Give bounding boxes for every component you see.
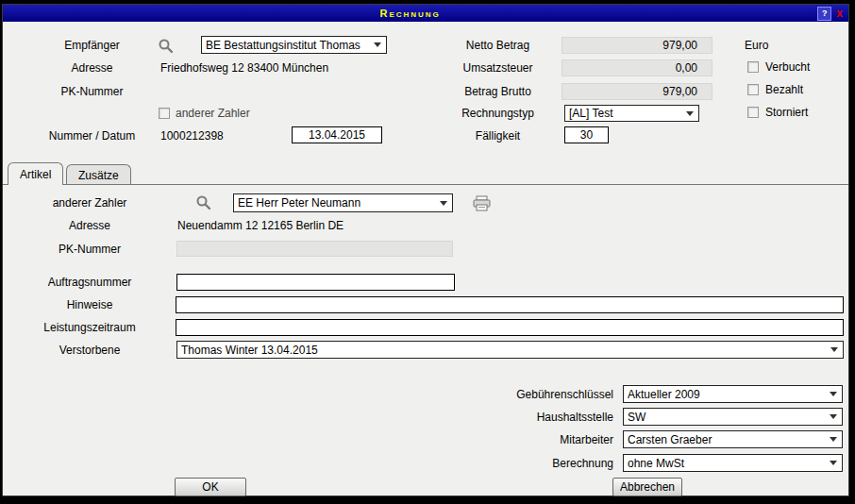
panel-adresse-label: Adresse [24, 219, 156, 232]
umsatzsteuer-value: 0,00 [676, 61, 697, 75]
haushaltsstelle-select-value: SW [628, 411, 826, 424]
help-button[interactable]: ? [817, 7, 831, 21]
printer-icon[interactable] [473, 195, 491, 211]
leistungszeitraum-label: Leistungszeitraum [24, 321, 156, 334]
hinweise-input[interactable] [176, 296, 844, 313]
umsatzsteuer-field: 0,00 [562, 59, 712, 76]
adresse-label: Adresse [28, 61, 156, 75]
anderer-zahler-checkbox[interactable] [159, 108, 170, 119]
anderer-zahler-select[interactable]: EE Herr Peter Neumann [233, 193, 453, 212]
verbucht-label: Verbucht [765, 60, 810, 74]
leistungszeitraum-input[interactable] [176, 319, 844, 336]
chevron-down-icon [830, 461, 837, 465]
verstorbene-select[interactable]: Thomas Winter 13.04.2015 [176, 341, 844, 359]
betrag-brutto-label: Betrag Brutto [434, 85, 562, 98]
auftragsnummer-input[interactable] [176, 274, 455, 291]
auftragsnummer-label: Auftragsnummer [24, 276, 156, 289]
mitarbeiter-select-value: Carsten Graeber [628, 433, 826, 446]
pk-nummer-label: PK-Nummer [28, 85, 156, 98]
anderer-zahler-checkbox-label: anderer Zahler [176, 107, 250, 120]
verstorbene-label: Verstorbene [24, 344, 156, 357]
rechnungsnummer-value: 1000212398 [160, 129, 224, 143]
rechnungstyp-select-value: [AL] Test [569, 107, 682, 120]
chevron-down-icon [830, 414, 837, 419]
rechnung-window: Rechnung ? x Empfänger BE Bestattungsins… [0, 0, 855, 504]
panel-pk-nummer-label: PK-Nummer [24, 243, 156, 256]
haushaltsstelle-label: Haushaltsstelle [444, 411, 613, 424]
cancel-button[interactable]: Abbrechen [612, 478, 682, 496]
faelligkeit-label: Fälligkeit [434, 129, 562, 143]
betrag-brutto-value: 979,00 [662, 85, 697, 98]
bezahlt-checkbox[interactable] [747, 84, 759, 95]
mitarbeiter-select[interactable]: Carsten Graeber [623, 430, 843, 448]
rechnungstyp-select[interactable]: [AL] Test [564, 105, 699, 122]
umsatzsteuer-label: Umsatzsteuer [434, 61, 562, 75]
nummer-datum-label: Nummer / Datum [28, 129, 156, 143]
search-icon[interactable] [195, 194, 211, 210]
berechnung-select[interactable]: ohne MwSt [623, 454, 843, 472]
gebuehrenschluessel-label: Gebührenschlüssel [444, 388, 613, 401]
chevron-down-icon [686, 111, 694, 116]
netto-betrag-value: 979,00 [662, 39, 697, 52]
tab-artikel[interactable]: Artikel [8, 162, 63, 185]
hinweise-label: Hinweise [24, 298, 156, 311]
bezahlt-label: Bezahlt [765, 83, 803, 96]
chevron-down-icon [374, 42, 381, 47]
panel-adresse-value: Neuendamm 12 12165 Berlin DE [177, 219, 344, 232]
close-button[interactable]: x [836, 8, 843, 20]
euro-label: Euro [745, 39, 768, 52]
chevron-down-icon [830, 437, 837, 442]
adresse-value: Friedhofsweg 12 83400 München [160, 61, 328, 75]
ok-button[interactable]: OK [175, 478, 246, 496]
tab-divider [3, 184, 848, 185]
storniert-label: Storniert [765, 106, 808, 119]
storniert-checkbox[interactable] [747, 107, 759, 118]
rechnungstyp-label: Rechnungstyp [434, 107, 562, 120]
chevron-down-icon [440, 201, 447, 206]
empfaenger-select[interactable]: BE Bestattungsinstitut Thomas [201, 36, 387, 54]
empfaenger-select-value: BE Bestattungsinstitut Thomas [206, 39, 370, 52]
gebuehrenschluessel-select[interactable]: Aktueller 2009 [623, 385, 843, 403]
anderer-zahler-select-value: EE Herr Peter Neumann [238, 196, 436, 210]
verbucht-checkbox[interactable] [747, 61, 759, 73]
window-title: Rechnung [3, 8, 817, 19]
netto-betrag-label: Netto Betrag [434, 39, 562, 52]
haushaltsstelle-select[interactable]: SW [623, 408, 843, 426]
panel-anderer-zahler-label: anderer Zahler [24, 196, 156, 210]
empfaenger-label: Empfänger [28, 39, 156, 52]
datum-input[interactable] [292, 126, 382, 143]
title-bar: Rechnung ? x [3, 5, 848, 22]
faelligkeit-input[interactable] [564, 126, 609, 143]
chevron-down-icon [830, 347, 838, 352]
tab-zusaetze[interactable]: Zusätze [66, 164, 131, 185]
netto-betrag-field: 979,00 [562, 37, 712, 54]
panel-pk-nummer-field [176, 241, 453, 257]
gebuehrenschluessel-select-value: Aktueller 2009 [628, 388, 826, 401]
mitarbeiter-label: Mitarbeiter [444, 433, 613, 446]
berechnung-label: Berechnung [444, 457, 613, 470]
search-icon[interactable] [158, 38, 174, 54]
chevron-down-icon [830, 392, 837, 396]
berechnung-select-value: ohne MwSt [628, 457, 826, 470]
betrag-brutto-field: 979,00 [562, 83, 712, 100]
verstorbene-select-value: Thomas Winter 13.04.2015 [181, 344, 827, 357]
